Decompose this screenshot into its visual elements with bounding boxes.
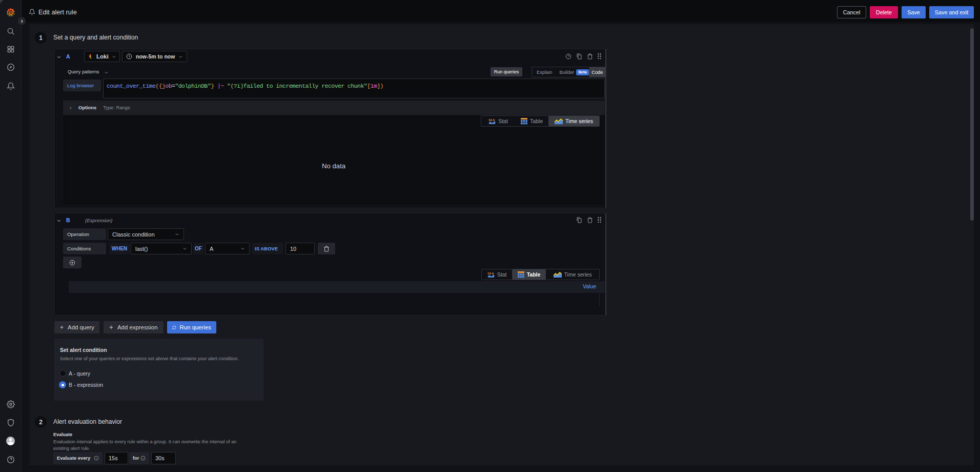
svg-text:12.4: 12.4 — [487, 271, 494, 275]
svg-text:12.4: 12.4 — [488, 118, 495, 122]
